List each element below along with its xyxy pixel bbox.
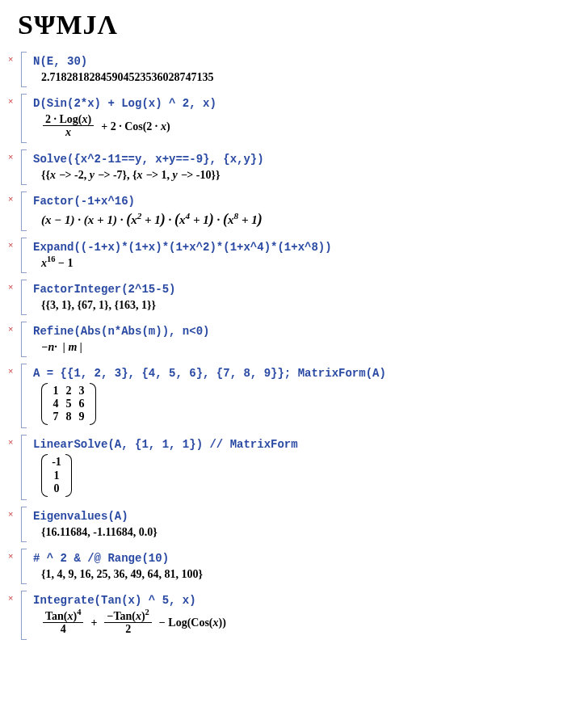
- close-icon[interactable]: ×: [8, 195, 13, 204]
- cell: × LinearSolve(A, {1, 1, 1}) // MatrixFor…: [8, 435, 555, 499]
- close-icon[interactable]: ×: [8, 241, 13, 250]
- output-result: 2 · Log(x)x + 2 · Cos(2 · x): [33, 112, 550, 140]
- close-icon[interactable]: ×: [8, 153, 13, 162]
- close-icon[interactable]: ×: [8, 55, 13, 64]
- cell-bracket[interactable]: [21, 435, 27, 499]
- cell: × # ^ 2 & /@ Range(10) {1, 4, 9, 16, 25,…: [8, 549, 555, 584]
- output-result: 123 456 789: [33, 381, 550, 425]
- output-result: x16 − 1: [33, 255, 550, 270]
- output-result: {{x −> -2, y −> -7}, {x −> 1, y −> -10}}: [33, 167, 550, 182]
- output-result: Tan(x)44 + −Tan(x)22 − Log(Cos(x)): [33, 608, 550, 637]
- cell-bracket[interactable]: [21, 94, 27, 143]
- input-code[interactable]: Solve({x^2-11==y, x+y==-9}, {x,y}): [33, 153, 550, 166]
- input-code[interactable]: Eigenvalues(A): [33, 510, 550, 523]
- cell: × Refine(Abs(n*Abs(m)), n<0) −n· | m |: [8, 322, 555, 357]
- cell-bracket[interactable]: [21, 364, 27, 428]
- input-code[interactable]: D(Sin(2*x) + Log(x) ^ 2, x): [33, 97, 550, 110]
- input-code[interactable]: Factor(-1+x^16): [33, 195, 550, 208]
- cell: × N(E, 30) 2.718281828459045235360287471…: [8, 52, 555, 87]
- output-result: {1, 4, 9, 16, 25, 36, 49, 64, 81, 100}: [33, 566, 550, 581]
- cell-bracket[interactable]: [21, 52, 27, 87]
- close-icon[interactable]: ×: [8, 97, 13, 106]
- input-code[interactable]: # ^ 2 & /@ Range(10): [33, 552, 550, 565]
- output-result: 2.71828182845904523536028747135: [33, 69, 550, 84]
- logo: SΨMJΛ: [18, 10, 555, 40]
- cell: × Eigenvalues(A) {16.11684, -1.11684, 0.…: [8, 507, 555, 542]
- close-icon[interactable]: ×: [8, 283, 13, 292]
- close-icon[interactable]: ×: [8, 510, 13, 519]
- cell: × D(Sin(2*x) + Log(x) ^ 2, x) 2 · Log(x)…: [8, 94, 555, 143]
- cell-bracket[interactable]: [21, 191, 27, 231]
- cell-bracket[interactable]: [21, 322, 27, 357]
- close-icon[interactable]: ×: [8, 438, 13, 447]
- cell: × Expand((-1+x)*(1+x)*(1+x^2)*(1+x^4)*(1…: [8, 238, 555, 273]
- close-icon[interactable]: ×: [8, 325, 13, 334]
- input-code[interactable]: Refine(Abs(n*Abs(m)), n<0): [33, 325, 550, 338]
- cell: × A = {{1, 2, 3}, {4, 5, 6}, {7, 8, 9}};…: [8, 364, 555, 428]
- input-code[interactable]: LinearSolve(A, {1, 1, 1}) // MatrixForm: [33, 438, 550, 451]
- output-result: -1 1 0: [33, 452, 550, 496]
- close-icon[interactable]: ×: [8, 552, 13, 561]
- output-result: {16.11684, -1.11684, 0.0}: [33, 524, 550, 539]
- cell: × Factor(-1+x^16) (x − 1) · (x + 1) · (x…: [8, 191, 555, 231]
- output-result: {{3, 1}, {67, 1}, {163, 1}}: [33, 297, 550, 312]
- cell-bracket[interactable]: [21, 507, 27, 542]
- input-code[interactable]: Integrate(Tan(x) ^ 5, x): [33, 594, 550, 607]
- input-code[interactable]: Expand((-1+x)*(1+x)*(1+x^2)*(1+x^4)*(1+x…: [33, 241, 550, 254]
- input-code[interactable]: N(E, 30): [33, 55, 550, 68]
- output-result: −n· | m |: [33, 339, 550, 354]
- close-icon[interactable]: ×: [8, 367, 13, 376]
- output-result: (x − 1) · (x + 1) · (x2 + 1) · (x4 + 1) …: [33, 209, 550, 228]
- cell: × FactorInteger(2^15-5) {{3, 1}, {67, 1}…: [8, 280, 555, 315]
- cell-bracket[interactable]: [21, 280, 27, 315]
- input-code[interactable]: A = {{1, 2, 3}, {4, 5, 6}, {7, 8, 9}}; M…: [33, 367, 550, 380]
- cell-bracket[interactable]: [21, 149, 27, 185]
- close-icon[interactable]: ×: [8, 594, 13, 603]
- cell-bracket[interactable]: [21, 549, 27, 584]
- cell: × Integrate(Tan(x) ^ 5, x) Tan(x)44 + −T…: [8, 591, 555, 640]
- cell: × Solve({x^2-11==y, x+y==-9}, {x,y}) {{x…: [8, 149, 555, 185]
- input-code[interactable]: FactorInteger(2^15-5): [33, 283, 550, 296]
- cell-bracket[interactable]: [21, 591, 27, 640]
- cell-bracket[interactable]: [21, 238, 27, 273]
